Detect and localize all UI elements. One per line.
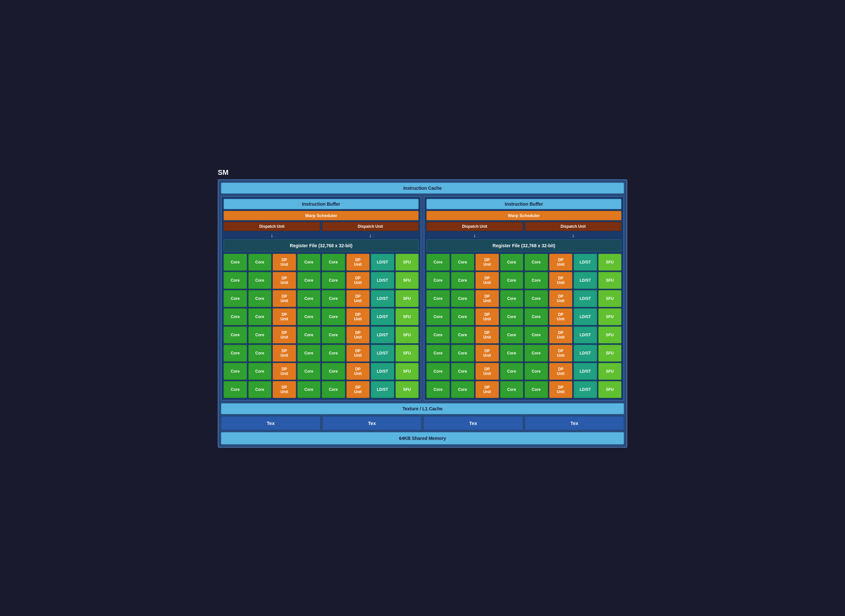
right-arrows: ↓ ↓ <box>426 233 621 239</box>
right-dispatch-row: Dispatch Unit Dispatch Unit <box>426 222 621 231</box>
core-cell: Core <box>525 381 548 398</box>
dp-unit-cell: DPUnit <box>475 272 499 289</box>
ldst-cell: LD/ST <box>371 290 394 307</box>
ldst-cell: LD/ST <box>574 381 597 398</box>
core-cell: Core <box>500 345 524 362</box>
core-cell: Core <box>500 381 524 398</box>
core-cell: Core <box>426 290 450 307</box>
sfu-cell: SFU <box>599 272 622 289</box>
dp-unit-cell: DPUnit <box>475 254 499 271</box>
right-dispatch-unit-2: Dispatch Unit <box>525 222 621 231</box>
left-core-grid: Core Core DPUnit Core Core DPUnit LD/ST … <box>224 254 419 398</box>
core-cell: Core <box>525 272 548 289</box>
tex-unit-3: Tex <box>424 416 523 430</box>
dp-unit-cell: DPUnit <box>346 327 370 343</box>
dp-unit-cell: DPUnit <box>273 345 296 362</box>
dp-unit-cell: DPUnit <box>346 308 370 325</box>
ldst-cell: LD/ST <box>371 381 394 398</box>
left-dispatch-unit-1: Dispatch Unit <box>224 222 320 231</box>
dp-unit-cell: DPUnit <box>549 327 573 343</box>
left-warp-scheduler: Warp Scheduler <box>224 211 419 220</box>
left-arrows: ↓ ↓ <box>224 233 419 239</box>
dp-unit-cell: DPUnit <box>273 381 296 398</box>
ldst-cell: LD/ST <box>574 272 597 289</box>
dp-unit-cell: DPUnit <box>346 363 370 380</box>
core-cell: Core <box>451 345 474 362</box>
sfu-cell: SFU <box>599 308 622 325</box>
core-cell: Core <box>500 254 524 271</box>
core-cell: Core <box>500 308 524 325</box>
sfu-cell: SFU <box>396 290 419 307</box>
core-cell: Core <box>297 290 321 307</box>
core-cell: Core <box>322 363 345 380</box>
core-cell: Core <box>500 290 524 307</box>
ldst-cell: LD/ST <box>574 254 597 271</box>
ldst-cell: LD/ST <box>574 308 597 325</box>
core-cell: Core <box>451 254 474 271</box>
core-cell: Core <box>297 345 321 362</box>
core-cell: Core <box>426 345 450 362</box>
tex-unit-4: Tex <box>525 416 624 430</box>
core-cell: Core <box>224 272 247 289</box>
core-cell: Core <box>322 308 345 325</box>
dp-unit-cell: DPUnit <box>549 308 573 325</box>
dp-unit-cell: DPUnit <box>549 254 573 271</box>
core-cell: Core <box>426 381 450 398</box>
core-cell: Core <box>525 290 548 307</box>
core-cell: Core <box>451 363 474 380</box>
sfu-cell: SFU <box>396 345 419 362</box>
core-cell: Core <box>322 272 345 289</box>
core-cell: Core <box>500 363 524 380</box>
dp-unit-cell: DPUnit <box>273 272 296 289</box>
core-cell: Core <box>224 381 247 398</box>
dp-unit-cell: DPUnit <box>549 381 573 398</box>
left-dispatch-row: Dispatch Unit Dispatch Unit <box>224 222 419 231</box>
core-cell: Core <box>297 272 321 289</box>
core-cell: Core <box>525 363 548 380</box>
core-cell: Core <box>322 327 345 343</box>
tex-row: Tex Tex Tex Tex <box>221 416 624 430</box>
core-cell: Core <box>224 308 247 325</box>
dp-unit-cell: DPUnit <box>346 254 370 271</box>
dp-unit-cell: DPUnit <box>475 363 499 380</box>
sfu-cell: SFU <box>599 363 622 380</box>
ldst-cell: LD/ST <box>371 327 394 343</box>
core-cell: Core <box>426 308 450 325</box>
core-cell: Core <box>322 345 345 362</box>
core-cell: Core <box>297 381 321 398</box>
core-cell: Core <box>248 381 272 398</box>
core-cell: Core <box>451 272 474 289</box>
dp-unit-cell: DPUnit <box>475 290 499 307</box>
sm-container: Instruction Cache Instruction Buffer War… <box>218 179 627 448</box>
core-cell: Core <box>525 308 548 325</box>
core-cell: Core <box>525 345 548 362</box>
dp-unit-cell: DPUnit <box>549 290 573 307</box>
left-register-file: Register File (32,768 x 32-bit) <box>224 239 419 252</box>
dp-unit-cell: DPUnit <box>273 290 296 307</box>
core-cell: Core <box>322 381 345 398</box>
dp-unit-cell: DPUnit <box>273 308 296 325</box>
core-cell: Core <box>297 254 321 271</box>
core-cell: Core <box>248 272 272 289</box>
ldst-cell: LD/ST <box>574 363 597 380</box>
tex-unit-2: Tex <box>323 416 422 430</box>
dp-unit-cell: DPUnit <box>346 272 370 289</box>
sm-title: SM <box>218 168 627 177</box>
core-cell: Core <box>248 345 272 362</box>
dp-unit-cell: DPUnit <box>475 345 499 362</box>
core-cell: Core <box>451 290 474 307</box>
right-register-file: Register File (32,768 x 32-bit) <box>426 239 621 252</box>
core-cell: Core <box>525 327 548 343</box>
dp-unit-cell: DPUnit <box>273 363 296 380</box>
core-cell: Core <box>426 363 450 380</box>
sfu-cell: SFU <box>396 363 419 380</box>
left-dispatch-unit-2: Dispatch Unit <box>322 222 419 231</box>
dp-unit-cell: DPUnit <box>475 308 499 325</box>
core-cell: Core <box>426 272 450 289</box>
ldst-cell: LD/ST <box>371 345 394 362</box>
ldst-cell: LD/ST <box>371 254 394 271</box>
dp-unit-cell: DPUnit <box>475 381 499 398</box>
ldst-cell: LD/ST <box>574 290 597 307</box>
core-cell: Core <box>297 327 321 343</box>
dp-unit-cell: DPUnit <box>549 345 573 362</box>
